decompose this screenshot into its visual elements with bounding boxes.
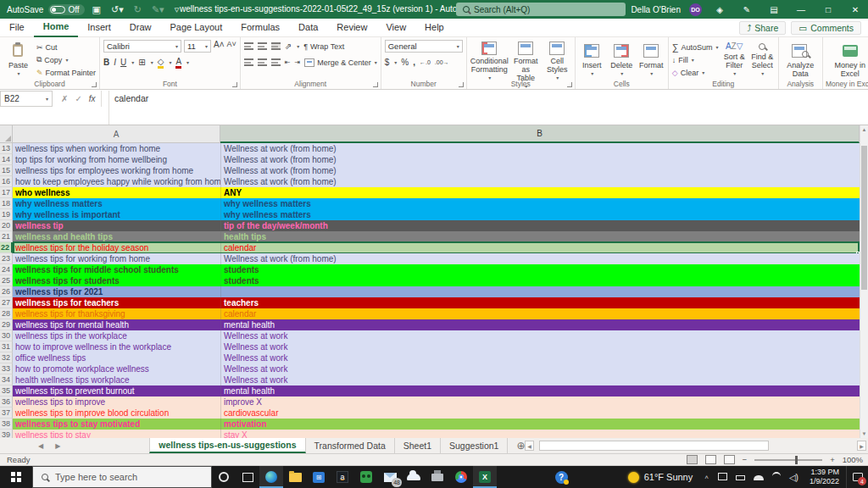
font-size-select[interactable]: 11▾ [184, 40, 211, 53]
notification-center-button[interactable]: 4 [846, 466, 868, 488]
delete-cells-button[interactable]: Delete▾ [609, 40, 635, 78]
cell-A27[interactable]: wellness tips for teachers [13, 297, 220, 308]
sheet-nav-right-icon[interactable]: ▶ [55, 442, 60, 450]
printer-button[interactable] [426, 466, 449, 488]
cell-B27[interactable]: teachers [220, 297, 860, 308]
premium-icon[interactable]: ◈ [710, 0, 729, 19]
row-header-33[interactable]: 33 [0, 363, 13, 374]
cell-A22[interactable]: wellness tips for the holiday season [13, 242, 220, 253]
cell-A16[interactable]: how to keep employees happy while workin… [13, 176, 220, 187]
mail-button[interactable]: 48 [378, 466, 402, 488]
analyze-data-button[interactable]: Analyze Data [782, 40, 819, 78]
scroll-down-icon[interactable]: ▼ [860, 430, 868, 438]
tripadvisor-button[interactable] [354, 466, 378, 488]
cell-styles-button[interactable]: Cell Styles▾ [543, 40, 571, 78]
grow-font-button[interactable]: A˄ [214, 40, 225, 53]
cell-A14[interactable]: top tips for working from home wellbeing [13, 154, 220, 165]
cell-A31[interactable]: how to improve wellness in the workplace [13, 341, 220, 352]
zoom-out-icon[interactable]: − [743, 455, 748, 464]
alignment-dialog-launcher[interactable] [373, 82, 378, 87]
cell-A23[interactable]: wellness tips for working from home [13, 253, 220, 264]
cell-A28[interactable]: wellness tips for thanksgiving [13, 308, 220, 319]
cell-A18[interactable]: why wellness matters [13, 198, 220, 209]
cell-B38[interactable]: motivation [220, 419, 860, 430]
bold-button[interactable]: B [103, 58, 109, 67]
ribbon-tab-review[interactable]: Review [327, 19, 376, 36]
row-header-15[interactable]: 15 [0, 165, 13, 176]
sheet-tab-transformed-data[interactable]: Transformed Data [306, 438, 395, 453]
decrease-decimal-button[interactable]: .00→ [435, 59, 449, 65]
top-align-button[interactable] [244, 42, 253, 50]
comments-button[interactable]: ▭Comments [791, 21, 861, 35]
select-all-corner[interactable] [0, 125, 13, 143]
currency-button[interactable]: $ [385, 58, 390, 67]
page-break-view-icon[interactable] [724, 455, 735, 464]
column-header-a[interactable]: A [13, 125, 220, 143]
store-button[interactable]: ⊞ [307, 466, 331, 488]
pen-icon[interactable]: ✎ [737, 0, 756, 19]
ribbon-tab-page-layout[interactable]: Page Layout [160, 19, 231, 36]
cell-B31[interactable]: Wellness at work [220, 341, 860, 352]
cell-A17[interactable]: who wellness [13, 187, 220, 198]
zoom-in-icon[interactable]: + [830, 455, 835, 464]
clear-button[interactable]: ◇Clear▾ [672, 67, 719, 78]
format-painter-button[interactable]: ✎Format Painter [36, 67, 96, 78]
row-header-28[interactable]: 28 [0, 308, 13, 319]
number-dialog-launcher[interactable] [459, 82, 464, 87]
row-header-25[interactable]: 25 [0, 275, 13, 286]
cell-A35[interactable]: wellness tips to prevent burnout [13, 385, 220, 396]
weather-text[interactable]: 61°F Sunny [644, 472, 693, 482]
number-format-select[interactable]: General▾ [385, 40, 463, 53]
cell-A24[interactable]: wellness tips for middle school students [13, 264, 220, 275]
cell-A34[interactable]: health wellness tips workplace [13, 374, 220, 385]
orientation-button[interactable]: ⇗ [285, 42, 292, 51]
ribbon-display-icon[interactable]: ▤ [765, 0, 783, 19]
zoom-slider[interactable] [754, 459, 822, 461]
row-header-17[interactable]: 17 [0, 187, 13, 198]
fill-button[interactable]: ↓Fill▾ [672, 54, 719, 65]
autosave-toggle[interactable]: Off [48, 4, 84, 15]
cell-B26[interactable] [220, 286, 860, 297]
maximize-button[interactable]: □ [819, 0, 837, 19]
avatar[interactable]: DO [689, 3, 702, 16]
column-header-b[interactable]: B [220, 125, 860, 143]
middle-align-button[interactable] [258, 42, 267, 50]
cell-A26[interactable]: wellness tips for 2021 [13, 286, 220, 297]
cell-A36[interactable]: wellness tips to improve [13, 396, 220, 408]
align-right-button[interactable] [271, 58, 281, 66]
normal-view-icon[interactable] [687, 455, 698, 464]
row-header-34[interactable]: 34 [0, 374, 13, 385]
find-select-button[interactable]: Find & Select▾ [750, 40, 775, 78]
amazon-button[interactable]: a [331, 466, 354, 488]
font-name-select[interactable]: Calibri▾ [103, 40, 181, 53]
tray-device-icon[interactable] [714, 473, 732, 482]
row-header-26[interactable]: 26 [0, 286, 13, 297]
borders-button[interactable]: ⊞ [138, 58, 145, 67]
cell-A32[interactable]: office wellness tips [13, 352, 220, 363]
decrease-indent-button[interactable]: ⇤ [285, 58, 291, 66]
row-header-13[interactable]: 13 [0, 143, 13, 154]
cell-B15[interactable]: Wellness at work (from home) [220, 165, 860, 176]
cell-B34[interactable]: Wellness at work [220, 374, 860, 385]
cell-A13[interactable]: wellness tips when working from home [13, 143, 220, 154]
wrap-text-button[interactable]: ¶Wrap Text [303, 41, 344, 52]
row-header-18[interactable]: 18 [0, 198, 13, 209]
row-header-16[interactable]: 16 [0, 176, 13, 187]
increase-decimal-button[interactable]: ←.0 [420, 59, 431, 65]
cell-B36[interactable]: improve X [220, 396, 860, 408]
sheet-tab-sheet1[interactable]: Sheet1 [395, 438, 441, 453]
cell-A25[interactable]: wellness tips for students [13, 275, 220, 286]
format-cells-button[interactable]: Format▾ [638, 40, 665, 78]
comma-button[interactable]: , [413, 58, 415, 67]
row-header-30[interactable]: 30 [0, 330, 13, 341]
cell-B35[interactable]: mental health [220, 385, 860, 396]
sheet-tab-suggestion1[interactable]: Suggestion1 [441, 438, 508, 453]
cell-A15[interactable]: wellness tips for employees working from… [13, 165, 220, 176]
cell-B24[interactable]: students [220, 264, 860, 275]
save-icon[interactable]: ▣ [90, 0, 103, 19]
scroll-up-icon[interactable]: ▲ [860, 125, 868, 134]
cell-A37[interactable]: wellness tips to improve blood circulati… [13, 408, 220, 419]
tray-cloud-icon[interactable] [749, 473, 768, 482]
close-button[interactable]: ✕ [846, 0, 865, 19]
clipboard-dialog-launcher[interactable] [92, 82, 97, 87]
